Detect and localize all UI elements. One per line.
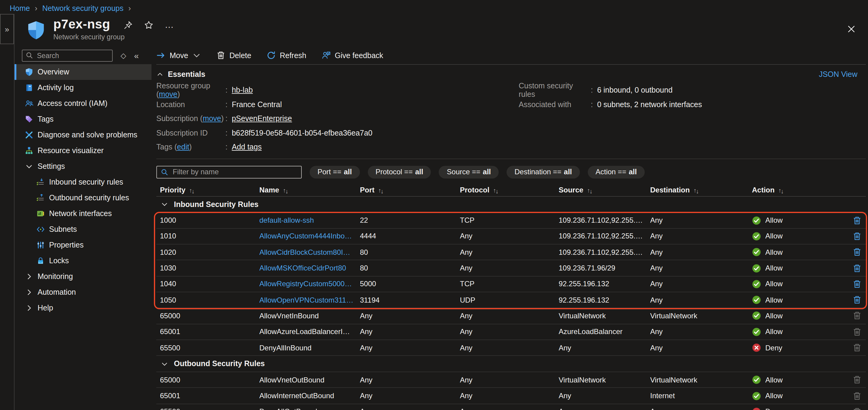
sidebar-search-input[interactable] — [22, 49, 113, 62]
allow-icon — [752, 232, 761, 241]
sidebar-item-properties[interactable]: Properties — [14, 237, 152, 253]
filter-pill-destination[interactable]: Destination ==all — [506, 166, 580, 178]
outbound-section-header[interactable]: Outbound Security Rules — [156, 356, 866, 372]
sidebar-item-overview[interactable]: Overview — [14, 64, 152, 80]
breadcrumb-link[interactable]: Network security groups — [42, 4, 123, 13]
rule-name[interactable]: AllowAnyCustom4444Inbound — [259, 232, 360, 241]
filter-pill-action[interactable]: Action ==all — [588, 166, 645, 178]
rule-protocol: UDP — [460, 296, 559, 304]
rule-name[interactable]: default-allow-ssh — [259, 216, 360, 225]
rule-name[interactable]: AllowOpenVPNCustom31194In… — [259, 296, 360, 304]
close-blade-button[interactable] — [846, 24, 856, 34]
column-header-priority[interactable]: Priority↑↓ — [160, 186, 259, 194]
rule-port: Any — [360, 376, 460, 384]
essentials-row: Subscription (move):pSevenEnterprise — [156, 112, 519, 125]
lock-icon — [36, 257, 45, 265]
rule-protocol: Any — [460, 312, 559, 320]
rule-port: Any — [360, 343, 460, 352]
rule-name: DenyAllOutBound — [259, 408, 360, 410]
sidebar-item-monitoring[interactable]: Monitoring — [14, 269, 152, 284]
breadcrumb-link[interactable]: Home — [10, 4, 30, 13]
favorite-star-icon[interactable] — [144, 20, 153, 29]
sidebar-item-diagnose-and-solve-problems[interactable]: Diagnose and solve problems — [14, 127, 152, 143]
delete-button[interactable]: Delete — [216, 51, 251, 60]
move-button[interactable]: Move — [156, 51, 201, 60]
rule-row: 65001 AllowInternetOutBound Any Any Any … — [156, 388, 866, 404]
delete-rule-button[interactable] — [852, 280, 862, 289]
edit-link[interactable]: edit — [177, 143, 189, 151]
essentials-title: Essentials — [168, 70, 206, 79]
column-header-name[interactable]: Name↑↓ — [259, 186, 360, 194]
move-link[interactable]: move — [159, 90, 177, 99]
filter-by-name-input[interactable] — [156, 166, 302, 178]
rule-name: AllowVnetOutBound — [259, 376, 360, 384]
sidebar-item-network-interfaces[interactable]: Network interfaces — [14, 206, 152, 221]
rule-port: Any — [360, 408, 460, 410]
pin-menu-icon[interactable]: ◇ — [121, 52, 126, 60]
essentials-row: Custom security rules:6 inbound, 0 outbo… — [519, 84, 866, 96]
people-icon — [25, 99, 33, 108]
more-options-icon[interactable]: … — [165, 22, 175, 28]
filter-pill-protocol[interactable]: Protocol ==all — [368, 166, 431, 178]
delete-rule-button[interactable] — [852, 216, 862, 225]
rule-priority: 1000 — [160, 216, 259, 225]
pin-icon[interactable] — [124, 20, 133, 29]
refresh-button[interactable]: Refresh — [266, 51, 306, 60]
filter-pill-source[interactable]: Source ==all — [439, 166, 499, 178]
sidebar-item-tags[interactable]: Tags — [14, 111, 152, 127]
rule-row: 1020 AllowCidrBlockCustom80Inbound 80 An… — [156, 244, 866, 261]
delete-rule-button — [852, 376, 862, 384]
essentials-value[interactable]: Add tags — [232, 143, 262, 151]
column-header-destination[interactable]: Destination↑↓ — [650, 186, 752, 194]
security-rules-table: Priority↑↓Name↑↓Port↑↓Protocol↑↓Source↑↓… — [156, 184, 866, 410]
rule-name[interactable]: AllowCidrBlockCustom80Inbound — [259, 248, 360, 256]
sort-icon: ↑↓ — [778, 187, 783, 193]
allow-icon — [752, 280, 761, 289]
outbound-icon — [36, 194, 45, 202]
column-header-port[interactable]: Port↑↓ — [360, 186, 460, 194]
delete-rule-button[interactable] — [852, 247, 862, 257]
sidebar-item-locks[interactable]: Locks — [14, 253, 152, 269]
rule-protocol: Any — [460, 343, 559, 352]
sidebar-item-outbound-security-rules[interactable]: Outbound security rules — [14, 190, 152, 206]
sort-icon: ↑↓ — [693, 187, 698, 193]
delete-rule-button — [852, 391, 862, 400]
rule-protocol: TCP — [460, 280, 559, 288]
rule-priority: 1040 — [160, 280, 259, 288]
rule-action: Allow — [752, 264, 852, 273]
essentials-collapse-icon[interactable] — [156, 71, 164, 78]
essentials-label: Associated with — [519, 100, 591, 109]
rule-name[interactable]: AllowMSKOfficeCidrPort80 — [259, 264, 360, 272]
rule-action: Allow — [752, 232, 852, 241]
delete-rule-button[interactable] — [852, 232, 862, 241]
sidebar-item-automation[interactable]: Automation — [14, 284, 152, 300]
collapse-menu-icon[interactable]: « — [134, 51, 139, 61]
delete-rule-button[interactable] — [852, 295, 862, 304]
essentials-value[interactable]: hb-lab — [232, 86, 253, 94]
inbound-section-header[interactable]: Inbound Security Rules — [156, 196, 866, 213]
rule-name[interactable]: AllowRegistryCustom5000Inbou… — [259, 280, 360, 288]
sidebar-item-access-control-iam-[interactable]: Access control (IAM) — [14, 96, 152, 111]
rule-row: 1040 AllowRegistryCustom5000Inbou… 5000 … — [156, 276, 866, 292]
sidebar-item-inbound-security-rules[interactable]: Inbound security rules — [14, 174, 152, 190]
rule-priority: 65001 — [160, 391, 259, 400]
essentials-row: Resource group (move):hb-lab — [156, 84, 519, 96]
column-header-protocol[interactable]: Protocol↑↓ — [460, 186, 559, 194]
sidebar-item-subnets[interactable]: Subnets — [14, 221, 152, 237]
expand-panel-button[interactable]: » — [0, 14, 14, 44]
delete-rule-button[interactable] — [852, 264, 862, 273]
column-header-action[interactable]: Action↑↓ — [752, 186, 852, 194]
filter-pill-port[interactable]: Port ==all — [310, 166, 360, 178]
sidebar-item-activity-log[interactable]: Activity log — [14, 80, 152, 96]
json-view-link[interactable]: JSON View — [819, 70, 866, 79]
give-feedback-button[interactable]: Give feedback — [321, 51, 383, 60]
essentials-value[interactable]: pSevenEnterprise — [232, 114, 292, 123]
sidebar-item-resource-visualizer[interactable]: Resource visualizer — [14, 143, 152, 159]
rule-protocol: Any — [460, 328, 559, 336]
sidebar-item-settings[interactable]: Settings — [14, 159, 152, 174]
rule-action: Allow — [752, 247, 852, 257]
rule-destination: Any — [650, 232, 752, 241]
move-link[interactable]: move — [203, 114, 221, 123]
column-header-source[interactable]: Source↑↓ — [559, 186, 650, 194]
sidebar-item-help[interactable]: Help — [14, 300, 152, 316]
